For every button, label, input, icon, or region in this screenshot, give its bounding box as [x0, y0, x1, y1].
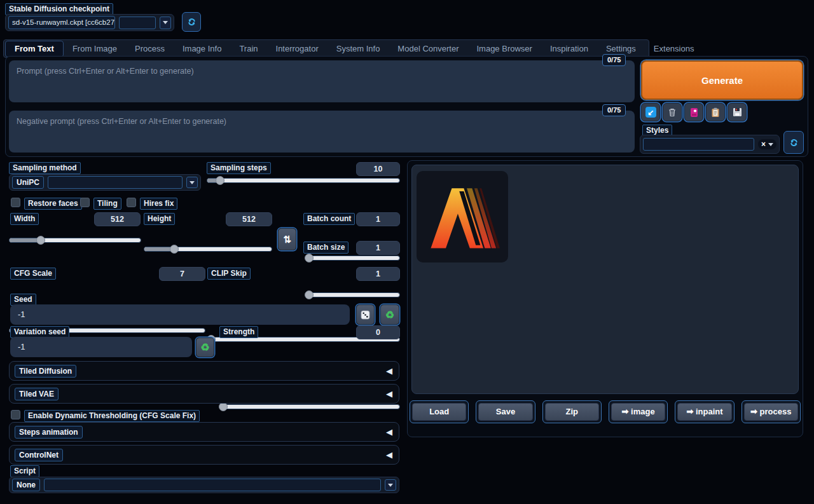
- swap-dimensions-button[interactable]: ⇅: [278, 228, 296, 250]
- width-slider[interactable]: [9, 236, 141, 245]
- collapse-arrow-icon[interactable]: ◀: [386, 450, 392, 460]
- slider-handle[interactable]: [36, 236, 45, 245]
- clear-prompt-button[interactable]: [663, 103, 682, 121]
- checkpoint-search-input[interactable]: [119, 17, 156, 29]
- sampling-steps-label: Sampling steps: [207, 162, 271, 174]
- collapse-arrow-icon[interactable]: ◀: [386, 427, 392, 437]
- width-label: Width: [10, 213, 39, 225]
- clip-skip-value[interactable]: 1: [356, 267, 400, 281]
- negative-prompt-input[interactable]: [9, 111, 635, 153]
- tab-image-browser[interactable]: Image Browser: [467, 41, 541, 57]
- tiled-vae-accordion[interactable]: Tiled VAE ◀: [9, 384, 399, 404]
- tab-inspiration[interactable]: Inspiration: [541, 41, 597, 57]
- cfg-scale-value[interactable]: 7: [159, 267, 205, 281]
- steps-animation-title: Steps animation: [15, 426, 83, 439]
- checkpoint-dropdown-button[interactable]: [160, 17, 171, 29]
- height-value[interactable]: 512: [226, 212, 272, 226]
- checkpoint-select[interactable]: sd-v15-runwayml.ckpt [cc6cb27103]: [5, 14, 174, 31]
- send-to-process-button[interactable]: ➡ process: [742, 400, 801, 423]
- height-slider[interactable]: [144, 245, 272, 254]
- strength-slider[interactable]: [219, 402, 400, 411]
- stable-diffusion-webui: Stable Diffusion checkpoint sd-v15-runwa…: [0, 0, 814, 504]
- app-logo-icon: [425, 179, 500, 254]
- output-buttons-row: Load Save Zip ➡ image ➡ inpaint ➡ proces…: [410, 400, 801, 423]
- restore-faces-checkbox[interactable]: [11, 198, 20, 207]
- sampler-value-chip[interactable]: UniPC: [12, 176, 44, 189]
- load-button[interactable]: Load: [410, 400, 469, 423]
- clear-styles-icon[interactable]: ×: [761, 140, 766, 149]
- generate-button[interactable]: Generate: [641, 60, 803, 100]
- sampling-steps-slider[interactable]: [207, 176, 400, 185]
- slider-handle[interactable]: [216, 176, 224, 185]
- script-dropdown-button[interactable]: [385, 479, 396, 491]
- reuse-variation-seed-button[interactable]: ♻: [196, 337, 214, 357]
- negative-prompt-box[interactable]: [9, 111, 635, 153]
- tab-process[interactable]: Process: [126, 41, 174, 57]
- controlnet-accordion[interactable]: ControlNet ◀: [9, 445, 399, 465]
- refresh-styles-button[interactable]: [783, 131, 804, 154]
- refresh-icon: [187, 17, 197, 27]
- tiled-diffusion-accordion[interactable]: Tiled Diffusion ◀: [9, 361, 399, 381]
- controlnet-title: ControlNet: [15, 449, 63, 461]
- sampler-dropdown-button[interactable]: [186, 177, 198, 188]
- checkpoint-value[interactable]: sd-v15-runwayml.ckpt [cc6cb27103]: [8, 16, 115, 29]
- collapse-arrow-icon[interactable]: ◀: [386, 389, 392, 398]
- reuse-seed-button[interactable]: ♻: [380, 304, 399, 325]
- script-search-input[interactable]: [44, 479, 381, 491]
- batch-count-slider[interactable]: [305, 254, 400, 262]
- gallery-panel[interactable]: [411, 165, 799, 394]
- save-button[interactable]: Save: [476, 400, 535, 423]
- tab-from-text[interactable]: From Text: [5, 41, 64, 57]
- variation-seed-input[interactable]: -1: [10, 337, 192, 357]
- sampling-steps-value[interactable]: 10: [356, 162, 400, 176]
- zip-button[interactable]: Zip: [542, 400, 602, 423]
- styles-select[interactable]: ×: [640, 135, 780, 154]
- script-select[interactable]: None: [9, 477, 399, 493]
- tiled-diffusion-title: Tiled Diffusion: [15, 365, 76, 378]
- strength-value[interactable]: 0: [356, 325, 400, 339]
- chevron-down-icon: [388, 484, 393, 487]
- sampler-search-input[interactable]: [48, 176, 183, 189]
- tab-system-info[interactable]: System Info: [328, 41, 389, 57]
- tiled-vae-title: Tiled VAE: [15, 388, 59, 400]
- tab-train[interactable]: Train: [230, 41, 266, 57]
- collapse-arrow-icon[interactable]: ◀: [386, 366, 392, 376]
- slider-handle[interactable]: [170, 245, 179, 254]
- slider-handle[interactable]: [219, 402, 228, 411]
- tiling-checkbox[interactable]: [80, 198, 90, 207]
- random-seed-button[interactable]: [356, 304, 375, 325]
- sampling-method-select[interactable]: UniPC: [9, 174, 201, 191]
- chevron-down-icon[interactable]: [768, 143, 773, 146]
- apply-styles-button[interactable]: [706, 103, 725, 121]
- send-to-inpaint-button[interactable]: ➡ inpaint: [675, 400, 734, 423]
- paste-params-button[interactable]: ↙: [641, 103, 660, 121]
- tab-model-converter[interactable]: Model Converter: [389, 41, 467, 57]
- hires-fix-label: Hires fix: [140, 198, 177, 210]
- send-to-image-button[interactable]: ➡ image: [609, 400, 668, 423]
- batch-count-value[interactable]: 1: [356, 212, 400, 226]
- styles-input[interactable]: [643, 138, 754, 151]
- tab-interrogator[interactable]: Interrogator: [267, 41, 328, 57]
- script-value-chip[interactable]: None: [12, 479, 40, 491]
- dynamic-thresholding-checkbox[interactable]: [11, 410, 20, 419]
- seed-input[interactable]: -1: [10, 304, 350, 325]
- floppy-disk-icon: [733, 107, 742, 117]
- prompt-input[interactable]: [9, 60, 635, 102]
- extra-networks-button[interactable]: [684, 103, 703, 121]
- hires-fix-checkbox[interactable]: [127, 198, 136, 207]
- gallery-thumbnail[interactable]: [417, 171, 508, 262]
- slider-handle[interactable]: [305, 254, 314, 262]
- tab-extensions[interactable]: Extensions: [645, 41, 703, 57]
- tab-from-image[interactable]: From Image: [64, 41, 126, 57]
- dice-icon: [361, 310, 370, 320]
- restore-faces-label: Restore faces: [24, 198, 82, 210]
- tab-image-info[interactable]: Image Info: [174, 41, 230, 57]
- save-style-button[interactable]: [728, 103, 747, 121]
- steps-animation-accordion[interactable]: Steps animation ◀: [9, 422, 399, 442]
- batch-size-value[interactable]: 1: [356, 241, 400, 255]
- slider-handle[interactable]: [305, 290, 314, 299]
- prompt-box[interactable]: [9, 60, 635, 102]
- width-value[interactable]: 512: [94, 212, 141, 226]
- batch-size-slider[interactable]: [305, 290, 400, 299]
- refresh-checkpoints-button[interactable]: [182, 12, 201, 32]
